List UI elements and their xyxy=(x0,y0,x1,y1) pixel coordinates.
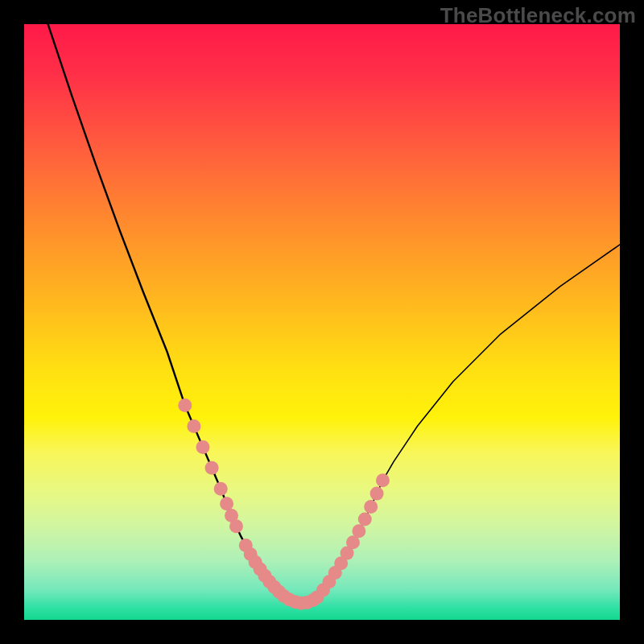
marker-point xyxy=(364,500,378,514)
marker-point xyxy=(358,512,372,526)
curve-svg xyxy=(24,24,620,620)
curve-path-group xyxy=(48,24,620,603)
series-right-branch xyxy=(317,245,620,597)
marker-point xyxy=(196,440,210,454)
marker-point xyxy=(352,524,365,538)
marker-point xyxy=(178,398,192,412)
marker-point xyxy=(214,482,228,496)
marker-point xyxy=(370,487,384,501)
marker-point xyxy=(229,519,243,533)
marker-group xyxy=(178,398,390,610)
plot-area xyxy=(24,24,620,620)
marker-point xyxy=(187,419,200,433)
chart-frame: TheBottleneck.com xyxy=(0,0,644,644)
marker-point xyxy=(376,473,390,487)
marker-point xyxy=(220,497,233,510)
series-left-branch xyxy=(48,24,284,596)
marker-point xyxy=(205,461,219,475)
